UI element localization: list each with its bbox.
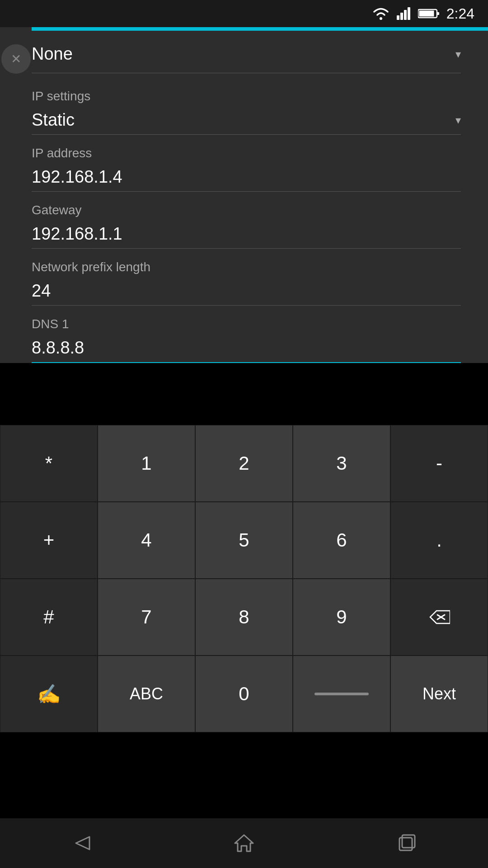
backspace-icon (428, 609, 450, 625)
battery-icon (418, 8, 440, 19)
svg-marker-11 (76, 837, 89, 849)
ip-settings-dropdown[interactable]: Static ▾ (32, 106, 461, 135)
keyboard-row-2: + 4 5 6 . (0, 502, 488, 579)
key-backspace[interactable] (390, 579, 488, 656)
key-3[interactable]: 3 (293, 425, 390, 502)
network-prefix-label: Network prefix length (32, 249, 461, 277)
gateway-field[interactable]: 192.168.1.1 (32, 220, 461, 249)
space-bar-indicator (314, 693, 369, 695)
key-period[interactable]: . (390, 502, 488, 579)
key-4[interactable]: 4 (98, 502, 195, 579)
dns1-field[interactable]: 8.8.8.8 (32, 334, 461, 363)
nav-back-button[interactable] (63, 825, 99, 861)
key-0[interactable]: 0 (195, 656, 293, 732)
keyboard-row-3: # 7 8 9 (0, 579, 488, 656)
swipe-icon: ✍ (37, 683, 61, 705)
key-1[interactable]: 1 (98, 425, 195, 502)
gateway-section: Gateway 192.168.1.1 (32, 192, 461, 249)
nav-recents-icon (397, 833, 417, 853)
status-time: 2:24 (446, 5, 474, 22)
top-accent-bar (0, 27, 488, 31)
key-abc[interactable]: ABC (98, 656, 195, 732)
key-8[interactable]: 8 (195, 579, 293, 656)
svg-rect-6 (437, 12, 439, 15)
svg-rect-14 (402, 835, 415, 848)
key-swipe[interactable]: ✍ (0, 656, 98, 732)
ip-settings-section: IP settings Static ▾ (32, 73, 461, 135)
svg-rect-13 (399, 838, 412, 850)
key-hash[interactable]: # (0, 579, 98, 656)
key-asterisk[interactable]: * (0, 425, 98, 502)
proxy-value: None (32, 44, 73, 64)
signal-icon (397, 7, 411, 20)
svg-rect-4 (408, 7, 410, 20)
network-prefix-field[interactable]: 24 (32, 277, 461, 306)
nav-back-icon (71, 833, 91, 853)
back-button-area: ✕ (0, 27, 32, 90)
close-button[interactable]: ✕ (1, 44, 31, 74)
nav-bar (0, 818, 488, 868)
key-space[interactable] (293, 656, 390, 732)
key-6[interactable]: 6 (293, 502, 390, 579)
next-button[interactable]: Next (390, 656, 488, 732)
keyboard-row-4: ✍ ABC 0 Next (0, 656, 488, 732)
key-9[interactable]: 9 (293, 579, 390, 656)
nav-home-button[interactable] (226, 825, 262, 861)
nav-recents-button[interactable] (389, 825, 425, 861)
proxy-dropdown-arrow: ▾ (455, 48, 461, 61)
status-icons: 2:24 (372, 5, 474, 22)
ip-settings-value: Static (32, 110, 75, 130)
key-minus[interactable]: - (390, 425, 488, 502)
ip-settings-dropdown-arrow: ▾ (455, 114, 461, 127)
svg-rect-7 (419, 11, 434, 17)
key-plus[interactable]: + (0, 502, 98, 579)
proxy-dropdown[interactable]: None ▾ (32, 40, 461, 68)
ip-address-field[interactable]: 192.168.1.4 (32, 163, 461, 192)
ip-settings-label: IP settings (32, 78, 461, 106)
form-container: None ▾ IP settings Static ▾ IP address 1… (0, 31, 488, 363)
svg-rect-2 (400, 13, 403, 20)
gateway-label: Gateway (32, 192, 461, 220)
status-bar: 2:24 (0, 0, 488, 27)
key-2[interactable]: 2 (195, 425, 293, 502)
svg-rect-3 (404, 10, 407, 20)
proxy-section: None ▾ (32, 31, 461, 73)
dns1-label: DNS 1 (32, 306, 461, 334)
ip-address-label: IP address (32, 135, 461, 163)
keyboard-row-1: * 1 2 3 - (0, 425, 488, 502)
key-5[interactable]: 5 (195, 502, 293, 579)
wifi-icon (372, 7, 390, 20)
keyboard: * 1 2 3 - + 4 5 6 . # 7 8 9 ✍ ABC 0 (0, 425, 488, 732)
nav-home-icon (234, 833, 254, 853)
ip-address-section: IP address 192.168.1.4 (32, 135, 461, 192)
svg-marker-12 (235, 835, 253, 851)
svg-rect-1 (397, 15, 399, 20)
dns1-section: DNS 1 8.8.8.8 (32, 306, 461, 363)
svg-point-0 (380, 17, 382, 20)
network-prefix-section: Network prefix length 24 (32, 249, 461, 306)
key-7[interactable]: 7 (98, 579, 195, 656)
